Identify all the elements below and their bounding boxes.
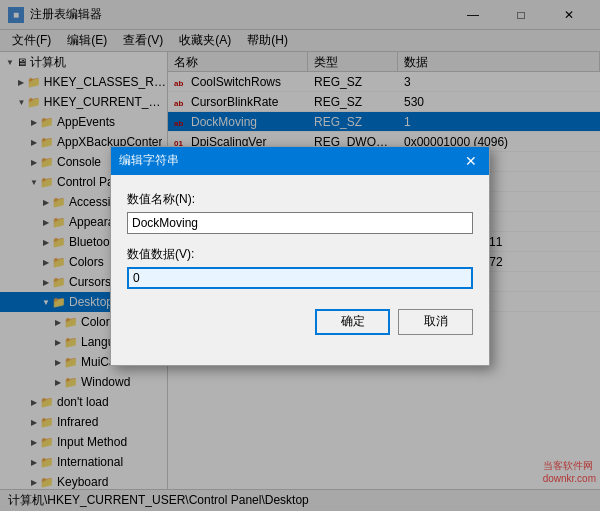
modal-title-bar: 编辑字符串 ✕ xyxy=(111,147,489,175)
modal-close-button[interactable]: ✕ xyxy=(461,151,481,171)
modal-overlay: 编辑字符串 ✕ 数值名称(N): 数值数据(V): 确定 取消 xyxy=(0,0,600,511)
edit-string-modal: 编辑字符串 ✕ 数值名称(N): 数值数据(V): 确定 取消 xyxy=(110,146,490,366)
modal-buttons: 确定 取消 xyxy=(127,309,473,335)
data-field-label: 数值数据(V): xyxy=(127,246,473,263)
modal-title: 编辑字符串 xyxy=(119,152,179,169)
name-input[interactable] xyxy=(127,212,473,234)
ok-button[interactable]: 确定 xyxy=(315,309,390,335)
data-input[interactable] xyxy=(127,267,473,289)
cancel-button[interactable]: 取消 xyxy=(398,309,473,335)
modal-body: 数值名称(N): 数值数据(V): 确定 取消 xyxy=(111,175,489,351)
name-field-label: 数值名称(N): xyxy=(127,191,473,208)
